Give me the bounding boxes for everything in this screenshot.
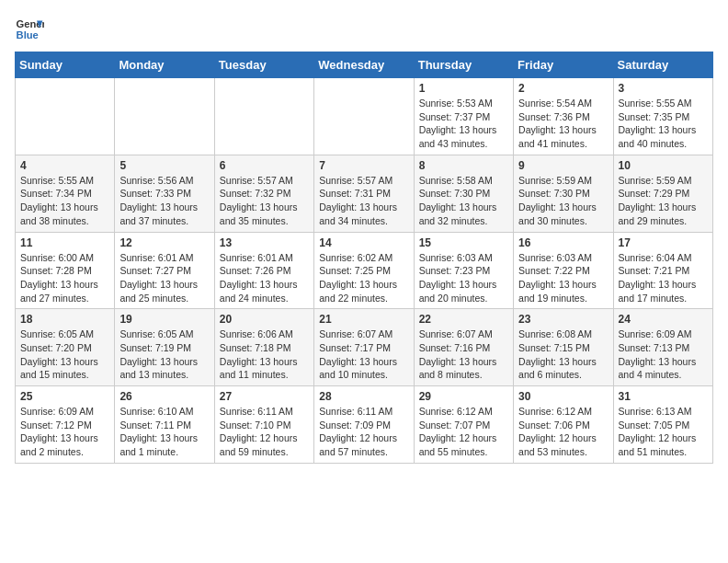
day-number: 9 <box>518 159 608 172</box>
day-number: 10 <box>619 159 708 172</box>
logo-icon: General Blue <box>15 15 44 44</box>
calendar-table: SundayMondayTuesdayWednesdayThursdayFrid… <box>15 52 713 464</box>
day-number: 25 <box>20 390 109 403</box>
calendar-cell: 23Sunrise: 6:08 AM Sunset: 7:15 PM Dayli… <box>514 309 613 386</box>
day-info: Sunrise: 6:09 AM Sunset: 7:12 PM Dayligh… <box>20 405 109 459</box>
day-number: 15 <box>419 236 508 249</box>
day-info: Sunrise: 5:59 AM Sunset: 7:29 PM Dayligh… <box>619 174 708 228</box>
calendar-cell: 1Sunrise: 5:53 AM Sunset: 7:37 PM Daylig… <box>414 78 513 155</box>
day-number: 5 <box>119 159 209 172</box>
calendar-cell: 6Sunrise: 5:57 AM Sunset: 7:32 PM Daylig… <box>214 155 313 232</box>
day-info: Sunrise: 6:01 AM Sunset: 7:26 PM Dayligh… <box>220 251 309 305</box>
calendar-cell: 14Sunrise: 6:02 AM Sunset: 7:25 PM Dayli… <box>314 232 414 309</box>
day-number: 19 <box>119 313 209 326</box>
day-number: 20 <box>220 313 309 326</box>
day-info: Sunrise: 6:08 AM Sunset: 7:15 PM Dayligh… <box>518 327 608 382</box>
day-number: 24 <box>619 313 708 326</box>
day-info: Sunrise: 5:58 AM Sunset: 7:30 PM Dayligh… <box>419 174 508 228</box>
day-info: Sunrise: 6:02 AM Sunset: 7:25 PM Dayligh… <box>319 251 408 305</box>
day-number: 1 <box>419 82 508 95</box>
weekday-header: Friday <box>514 52 613 78</box>
day-number: 18 <box>20 313 109 326</box>
calendar-cell: 21Sunrise: 6:07 AM Sunset: 7:17 PM Dayli… <box>314 309 414 386</box>
calendar-cell: 12Sunrise: 6:01 AM Sunset: 7:27 PM Dayli… <box>115 232 214 309</box>
day-info: Sunrise: 5:57 AM Sunset: 7:32 PM Dayligh… <box>220 174 309 228</box>
day-info: Sunrise: 6:06 AM Sunset: 7:18 PM Dayligh… <box>220 327 309 382</box>
day-info: Sunrise: 6:05 AM Sunset: 7:19 PM Dayligh… <box>119 327 209 382</box>
calendar-cell: 9Sunrise: 5:59 AM Sunset: 7:30 PM Daylig… <box>514 155 613 232</box>
day-info: Sunrise: 6:03 AM Sunset: 7:22 PM Dayligh… <box>518 251 608 305</box>
day-number: 12 <box>119 236 209 249</box>
calendar-cell <box>214 78 313 155</box>
calendar-cell: 24Sunrise: 6:09 AM Sunset: 7:13 PM Dayli… <box>613 309 712 386</box>
day-number: 3 <box>619 82 708 95</box>
day-number: 7 <box>319 159 408 172</box>
day-number: 4 <box>20 159 109 172</box>
day-number: 23 <box>518 313 608 326</box>
calendar-cell: 30Sunrise: 6:12 AM Sunset: 7:06 PM Dayli… <box>514 386 613 464</box>
day-info: Sunrise: 6:13 AM Sunset: 7:05 PM Dayligh… <box>619 405 708 459</box>
day-info: Sunrise: 6:11 AM Sunset: 7:09 PM Dayligh… <box>319 405 408 459</box>
calendar-cell: 25Sunrise: 6:09 AM Sunset: 7:12 PM Dayli… <box>16 386 115 464</box>
calendar-cell: 16Sunrise: 6:03 AM Sunset: 7:22 PM Dayli… <box>514 232 613 309</box>
day-info: Sunrise: 6:01 AM Sunset: 7:27 PM Dayligh… <box>119 251 209 305</box>
calendar-cell: 5Sunrise: 5:56 AM Sunset: 7:33 PM Daylig… <box>115 155 214 232</box>
day-number: 13 <box>220 236 309 249</box>
calendar-cell: 19Sunrise: 6:05 AM Sunset: 7:19 PM Dayli… <box>115 309 214 386</box>
day-info: Sunrise: 5:57 AM Sunset: 7:31 PM Dayligh… <box>319 174 408 228</box>
day-number: 31 <box>619 390 708 403</box>
calendar-cell: 29Sunrise: 6:12 AM Sunset: 7:07 PM Dayli… <box>414 386 513 464</box>
calendar-cell: 27Sunrise: 6:11 AM Sunset: 7:10 PM Dayli… <box>214 386 313 464</box>
page-header: General Blue <box>15 15 713 44</box>
day-number: 26 <box>119 390 209 403</box>
day-info: Sunrise: 6:12 AM Sunset: 7:07 PM Dayligh… <box>419 405 508 459</box>
calendar-cell: 11Sunrise: 6:00 AM Sunset: 7:28 PM Dayli… <box>16 232 115 309</box>
day-info: Sunrise: 6:00 AM Sunset: 7:28 PM Dayligh… <box>20 251 109 305</box>
weekday-header: Wednesday <box>314 52 414 78</box>
calendar-cell: 28Sunrise: 6:11 AM Sunset: 7:09 PM Dayli… <box>314 386 414 464</box>
calendar-cell: 3Sunrise: 5:55 AM Sunset: 7:35 PM Daylig… <box>613 78 712 155</box>
day-info: Sunrise: 6:09 AM Sunset: 7:13 PM Dayligh… <box>619 327 708 382</box>
day-number: 28 <box>319 390 408 403</box>
calendar-cell: 13Sunrise: 6:01 AM Sunset: 7:26 PM Dayli… <box>214 232 313 309</box>
calendar-cell: 4Sunrise: 5:55 AM Sunset: 7:34 PM Daylig… <box>16 155 115 232</box>
day-info: Sunrise: 6:05 AM Sunset: 7:20 PM Dayligh… <box>20 327 109 382</box>
day-info: Sunrise: 6:07 AM Sunset: 7:16 PM Dayligh… <box>419 327 508 382</box>
day-number: 17 <box>619 236 708 249</box>
logo: General Blue <box>15 15 44 44</box>
day-info: Sunrise: 6:11 AM Sunset: 7:10 PM Dayligh… <box>220 405 309 459</box>
calendar-cell: 20Sunrise: 6:06 AM Sunset: 7:18 PM Dayli… <box>214 309 313 386</box>
weekday-header: Monday <box>115 52 214 78</box>
day-info: Sunrise: 6:04 AM Sunset: 7:21 PM Dayligh… <box>619 251 708 305</box>
day-number: 8 <box>419 159 508 172</box>
calendar-cell: 17Sunrise: 6:04 AM Sunset: 7:21 PM Dayli… <box>613 232 712 309</box>
calendar-cell: 8Sunrise: 5:58 AM Sunset: 7:30 PM Daylig… <box>414 155 513 232</box>
day-number: 14 <box>319 236 408 249</box>
calendar-cell: 26Sunrise: 6:10 AM Sunset: 7:11 PM Dayli… <box>115 386 214 464</box>
calendar-cell: 18Sunrise: 6:05 AM Sunset: 7:20 PM Dayli… <box>16 309 115 386</box>
calendar-cell: 22Sunrise: 6:07 AM Sunset: 7:16 PM Dayli… <box>414 309 513 386</box>
day-info: Sunrise: 5:55 AM Sunset: 7:35 PM Dayligh… <box>619 97 708 151</box>
weekday-header: Saturday <box>613 52 712 78</box>
calendar-cell <box>314 78 414 155</box>
weekday-header: Thursday <box>414 52 513 78</box>
day-info: Sunrise: 5:59 AM Sunset: 7:30 PM Dayligh… <box>518 174 608 228</box>
calendar-cell: 15Sunrise: 6:03 AM Sunset: 7:23 PM Dayli… <box>414 232 513 309</box>
calendar-cell: 2Sunrise: 5:54 AM Sunset: 7:36 PM Daylig… <box>514 78 613 155</box>
day-number: 6 <box>220 159 309 172</box>
day-number: 30 <box>518 390 608 403</box>
day-number: 16 <box>518 236 608 249</box>
day-info: Sunrise: 6:07 AM Sunset: 7:17 PM Dayligh… <box>319 327 408 382</box>
day-info: Sunrise: 5:56 AM Sunset: 7:33 PM Dayligh… <box>119 174 209 228</box>
calendar-cell <box>16 78 115 155</box>
day-info: Sunrise: 6:12 AM Sunset: 7:06 PM Dayligh… <box>518 405 608 459</box>
day-info: Sunrise: 6:03 AM Sunset: 7:23 PM Dayligh… <box>419 251 508 305</box>
day-number: 11 <box>20 236 109 249</box>
weekday-header: Tuesday <box>214 52 313 78</box>
day-info: Sunrise: 5:54 AM Sunset: 7:36 PM Dayligh… <box>518 97 608 151</box>
calendar-cell: 10Sunrise: 5:59 AM Sunset: 7:29 PM Dayli… <box>613 155 712 232</box>
calendar-cell: 7Sunrise: 5:57 AM Sunset: 7:31 PM Daylig… <box>314 155 414 232</box>
calendar-cell <box>115 78 214 155</box>
calendar-cell: 31Sunrise: 6:13 AM Sunset: 7:05 PM Dayli… <box>613 386 712 464</box>
weekday-header: Sunday <box>16 52 115 78</box>
